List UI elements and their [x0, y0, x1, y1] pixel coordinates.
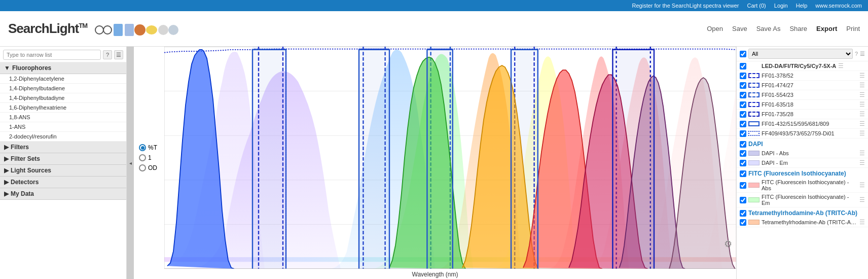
list-item[interactable]: 1,4-Diphenylbutadiene [0, 84, 126, 93]
ff01-554-swatch [748, 92, 760, 97]
tritc-abs-checkbox[interactable] [740, 219, 746, 226]
open-button[interactable]: Open [707, 25, 723, 32]
ff409-checkbox[interactable] [740, 130, 746, 137]
right-section-fitc: FITC (Fluorescein Isothiocyanate) [737, 168, 868, 178]
help-link[interactable]: Help [796, 3, 808, 9]
filter-dropdown[interactable]: All [748, 49, 853, 59]
ff01-735-drag[interactable]: ☰ [859, 111, 865, 118]
svg-point-6 [146, 25, 157, 34]
ff01-474-drag[interactable]: ☰ [859, 82, 865, 89]
list-item[interactable]: 1,4-Diphenylbutadiyne [0, 93, 126, 103]
svg-rect-34 [359, 47, 389, 269]
ff01-378-checkbox[interactable] [740, 73, 746, 79]
collapse-button[interactable]: ◂ [127, 47, 134, 279]
chart-settings-icon[interactable]: ⚙ [724, 238, 732, 250]
register-link[interactable]: Register for the SearchLight spectra vie… [632, 3, 739, 9]
ff01-635-drag[interactable]: ☰ [859, 101, 865, 108]
tritc-group-checkbox[interactable] [740, 210, 746, 217]
fitc-abs-drag[interactable]: ☰ [859, 182, 865, 189]
print-button[interactable]: Print [846, 25, 860, 32]
right-item-fitc-em: FITC (Fluorescein Isothiocyanate) - Em ☰ [737, 193, 868, 207]
list-item[interactable]: 2-dodecyl/resorufin [0, 132, 126, 142]
ff01-474-checkbox[interactable] [740, 82, 746, 89]
right-list-icon[interactable]: ☰ [860, 51, 865, 57]
right-item-ff01-432: FF01-432/515/595/681/809 ☰ [737, 119, 868, 129]
ff01-432-checkbox[interactable] [740, 121, 746, 127]
dapi-em-swatch [748, 160, 760, 165]
tritc-abs-drag[interactable]: ☰ [859, 219, 865, 226]
tritc-abs-label: Tetramethylrhodamine-Ab (TRITC-Ab) - Abs [762, 219, 857, 225]
dapi-abs-drag[interactable]: ☰ [859, 150, 865, 157]
main-content: ? ☰ ▼ Fluorophores 1,2-Diphenylacetylene… [0, 47, 868, 279]
sidebar-section-filtersets[interactable]: ▶ Filter Sets [0, 153, 126, 165]
ff01-378-drag[interactable]: ☰ [859, 72, 865, 79]
search-help-button[interactable]: ? [103, 50, 112, 59]
led-drag[interactable]: ☰ [838, 62, 844, 69]
list-item[interactable]: 1,2-Diphenylacetylene [0, 74, 126, 84]
right-top-bar: All ? ☰ [737, 47, 868, 61]
ff01-554-drag[interactable]: ☰ [859, 91, 865, 98]
right-list: LED-DA/FI/TR/Cy5/Cy7-5X-A ☰ FF01-378/52 … [737, 61, 868, 279]
svg-point-8 [168, 25, 178, 35]
save-as-button[interactable]: Save As [756, 25, 781, 32]
radio-controls: %T 1 OD [139, 144, 157, 171]
login-link[interactable]: Login [774, 3, 788, 9]
website-link[interactable]: www.semrock.com [815, 3, 862, 9]
fitc-abs-checkbox[interactable] [740, 182, 746, 189]
sidebar-section-filters[interactable]: ▶ Filters [0, 142, 126, 153]
right-item-ff01-554: FF01-554/23 ☰ [737, 90, 868, 100]
sidebar-section-fluorophores[interactable]: ▼ Fluorophores [0, 62, 126, 74]
lightsources-arrow: ▶ [4, 167, 9, 174]
dapi-group-checkbox[interactable] [740, 141, 746, 148]
ff01-735-checkbox[interactable] [740, 111, 746, 118]
led-label: LED-DA/FI/TR/Cy5/Cy7-5X-A [762, 63, 836, 69]
ff01-474-swatch [748, 83, 760, 88]
ff01-735-swatch [748, 112, 760, 117]
dapi-em-checkbox[interactable] [740, 160, 746, 166]
led-checkbox[interactable] [740, 63, 746, 69]
toolbar: Open Save Save As Share Export Print [707, 25, 860, 32]
radio-1[interactable]: 1 [139, 154, 157, 161]
fitc-group-checkbox[interactable] [740, 170, 746, 177]
ff01-635-checkbox[interactable] [740, 101, 746, 108]
filtersets-arrow: ▶ [4, 155, 9, 162]
filtersets-label: Filter Sets [11, 155, 40, 162]
ff01-474-label: FF01-474/27 [762, 82, 793, 88]
all-checkbox[interactable] [740, 51, 746, 57]
fitc-abs-swatch [748, 183, 760, 188]
cart-link[interactable]: Cart (0) [747, 3, 766, 9]
dapi-abs-checkbox[interactable] [740, 150, 746, 157]
export-button[interactable]: Export [816, 25, 837, 32]
sidebar-section-detectors[interactable]: ▶ Detectors [0, 177, 126, 188]
ff01-635-swatch [748, 102, 760, 107]
fitc-em-checkbox[interactable] [740, 197, 746, 203]
right-item-ff01-474: FF01-474/27 ☰ [737, 81, 868, 90]
ff409-drag[interactable]: ☰ [859, 130, 865, 137]
sidebar-section-mydata[interactable]: ▶ My Data [0, 188, 126, 200]
dapi-label: DAPI [748, 141, 763, 148]
logo-svg [93, 19, 185, 39]
radio-pct-t[interactable]: %T [139, 144, 157, 151]
fitc-em-drag[interactable]: ☰ [859, 196, 865, 203]
list-item[interactable]: 1,8-ANS [0, 113, 126, 122]
ff01-554-checkbox[interactable] [740, 92, 746, 98]
save-button[interactable]: Save [732, 25, 747, 32]
ff01-378-swatch [748, 73, 760, 78]
header: SearchLightTM Open Save Save As Share Ex… [0, 11, 868, 47]
sidebar-section-lightsources[interactable]: ▶ Light Sources [0, 165, 126, 177]
radio-od[interactable]: OD [139, 164, 157, 171]
share-button[interactable]: Share [789, 25, 807, 32]
led-swatch [748, 63, 760, 68]
search-list-button[interactable]: ☰ [114, 50, 123, 59]
ff01-554-label: FF01-554/23 [762, 92, 793, 98]
right-item-ff01-378: FF01-378/52 ☰ [737, 71, 868, 81]
right-help-icon[interactable]: ? [855, 51, 858, 57]
list-item[interactable]: 1-ANS [0, 122, 126, 132]
dapi-em-drag[interactable]: ☰ [859, 159, 865, 166]
chart-svg: 100 80 60 40 20 0 [164, 47, 736, 269]
search-input[interactable] [3, 50, 101, 60]
x-axis-label: Wavelength (nm) [134, 269, 736, 279]
svg-point-5 [134, 24, 146, 36]
list-item[interactable]: 1,6-Diphenylhexatriene [0, 103, 126, 113]
ff01-432-drag[interactable]: ☰ [859, 120, 865, 127]
